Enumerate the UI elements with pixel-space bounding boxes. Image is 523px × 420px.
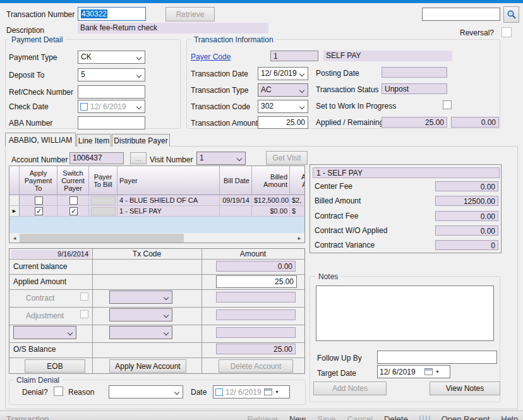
scroll-left-icon[interactable]: ◄ (9, 234, 20, 243)
col-header-amount-applied[interactable]: Amount Applied (290, 166, 305, 195)
bill-date-cell[interactable]: 09/19/14 (220, 195, 252, 206)
transaction-amount-input[interactable]: 25.00 (258, 116, 308, 129)
transaction-type-label: Transaction Type (191, 86, 248, 95)
contract-tx-code-combo[interactable] (109, 291, 172, 304)
transaction-status-label: Transaction Status (316, 85, 379, 94)
switch-payer-checkbox[interactable]: ✓ (69, 207, 78, 215)
scroll-right-icon[interactable]: ► (294, 234, 304, 243)
status-action-open-recent[interactable]: Open Recent (442, 414, 490, 420)
contract-label: Contract (26, 294, 54, 303)
apply-new-account-button[interactable]: Apply New Account (109, 359, 186, 373)
tab-patient[interactable]: ABABIO, WILLIAM (5, 133, 76, 147)
extra-row-tx-code-combo[interactable] (109, 326, 172, 339)
check-date-picker[interactable]: 12/ 6/2019 (78, 100, 145, 113)
transaction-type-combo[interactable]: AC (258, 83, 308, 97)
denial-date-label: Date (191, 388, 207, 397)
apply-payment-checkbox[interactable] (35, 196, 43, 205)
check-date-checkbox[interactable] (80, 103, 88, 111)
status-action-delete[interactable]: Delete (384, 414, 408, 420)
view-notes-button[interactable]: View Notes (430, 381, 500, 395)
transaction-number-input[interactable]: 430322 (78, 7, 146, 21)
delete-account-button[interactable]: Delete Account (219, 359, 293, 373)
status-action-cancel[interactable]: Cancel (347, 414, 373, 420)
applied-field: 25.00 (382, 117, 447, 128)
payment-type-combo[interactable]: CK (78, 51, 145, 64)
status-action-help[interactable]: Help (501, 414, 518, 420)
transaction-number-label: Transaction Number (6, 10, 75, 19)
col-header-payer-to-bill[interactable]: Payer To Bill (89, 166, 117, 195)
eob-button[interactable]: EOB (25, 359, 85, 373)
applied-amount-input[interactable]: 25.00 (216, 275, 297, 288)
applied-remaining-label: Applied / Remaining (316, 118, 383, 127)
adjustment-amount-field[interactable] (216, 309, 296, 320)
col-header-apply-payment-to[interactable]: Apply Payment To (20, 166, 57, 195)
payer-code-link[interactable]: Payer Code (191, 52, 231, 61)
apply-payment-checkbox[interactable]: ✓ (35, 207, 43, 215)
reversal-checkbox[interactable] (502, 27, 512, 37)
account-browse-button[interactable]: ... (130, 152, 147, 164)
chevron-down-icon: ▼ (435, 369, 440, 374)
payer-to-bill-box[interactable] (91, 196, 116, 205)
horizontal-scrollbar[interactable]: ◄ ► (9, 233, 304, 243)
transaction-window: Transaction Number 430322 Retrieve Descr… (0, 0, 523, 420)
ref-check-number-input[interactable] (78, 85, 145, 99)
applied-amount-label: Applied Amount (13, 277, 66, 286)
bill-date-cell[interactable] (220, 206, 252, 217)
follow-up-by-input[interactable] (377, 351, 497, 364)
reversal-label: Reversal? (456, 28, 494, 37)
billed-amount-cell[interactable]: $0.00 (252, 206, 290, 217)
contract-wo-applied-field: 0.00 (435, 225, 498, 236)
adjustment-tx-code-combo[interactable] (109, 308, 172, 321)
description-label: Description (6, 26, 44, 35)
account-number-field[interactable]: 1006437 (69, 152, 124, 164)
payer-panel-title: 1 - SELF PAY (313, 167, 500, 178)
extra-row-type-combo[interactable] (13, 326, 76, 339)
adjustment-checkbox[interactable] (80, 310, 88, 318)
col-header-billed-amount[interactable]: Billed Amount (252, 166, 290, 195)
payer-cell[interactable]: 4 - BLUE SHIELD OF CA (117, 195, 220, 206)
denial-reason-combo[interactable] (109, 385, 183, 399)
denial-date-picker[interactable]: 12/ 6/2019 ▼ (213, 385, 290, 399)
get-visit-button[interactable]: Get Visit (266, 151, 308, 165)
contract-amount-field[interactable] (216, 292, 296, 303)
status-action-save[interactable]: Save (317, 414, 336, 420)
grid-corner-cell (9, 166, 20, 195)
amount-applied-cell[interactable]: $2, (290, 195, 305, 206)
denial-checkbox[interactable] (54, 387, 63, 396)
tab-distribute-payer[interactable]: Distribute Payer (112, 134, 170, 147)
row-selector-cell[interactable]: ► (9, 206, 20, 217)
contract-variance-field: 0 (435, 240, 498, 250)
claim-denial-title: Claim Denial (14, 376, 62, 385)
denial-date-checkbox[interactable] (215, 388, 223, 396)
billed-amount-cell[interactable]: $12,500.00 (252, 195, 290, 206)
deposit-to-combo[interactable]: 5 (78, 68, 145, 81)
payer-cell[interactable]: 1 - SELF PAY (117, 206, 220, 217)
scrollbar-thumb[interactable] (20, 234, 184, 243)
work-in-progress-checkbox[interactable] (443, 100, 452, 109)
transaction-code-combo[interactable]: 302 (258, 100, 308, 113)
status-action-new[interactable]: New (289, 414, 306, 420)
search-icon (507, 9, 517, 20)
payer-to-bill-box[interactable] (91, 207, 116, 215)
contract-checkbox[interactable] (80, 292, 88, 301)
search-button[interactable] (503, 6, 519, 23)
search-input[interactable] (422, 8, 500, 21)
col-header-payer[interactable]: Payer (117, 166, 220, 195)
aba-number-input[interactable] (78, 116, 145, 129)
tab-line-item[interactable]: Line Item (76, 134, 111, 147)
retrieve-button[interactable]: Retrieve (165, 7, 215, 21)
col-header-bill-date[interactable]: Bill Date (220, 166, 252, 195)
target-date-picker[interactable]: 12/ 6/2019 ▼ (377, 365, 450, 378)
switch-payer-checkbox[interactable] (69, 196, 78, 205)
col-header-switch-current-payer[interactable]: Switch Current Payer (57, 166, 89, 195)
notes-textarea[interactable] (316, 285, 494, 341)
transaction-code-label: Transaction Code (191, 102, 250, 111)
status-action-retrieve[interactable]: Retrieve (248, 414, 278, 420)
extra-row-amount-field[interactable] (216, 327, 296, 338)
amount-applied-cell[interactable]: $ (290, 206, 305, 217)
visit-number-combo[interactable]: 1 (196, 152, 246, 165)
transaction-date-combo[interactable]: 12/ 6/2019 (258, 67, 308, 80)
add-notes-button[interactable]: Add Notes (313, 381, 387, 395)
row-selector-cell[interactable] (9, 195, 20, 206)
window-accent-bar (0, 0, 523, 3)
